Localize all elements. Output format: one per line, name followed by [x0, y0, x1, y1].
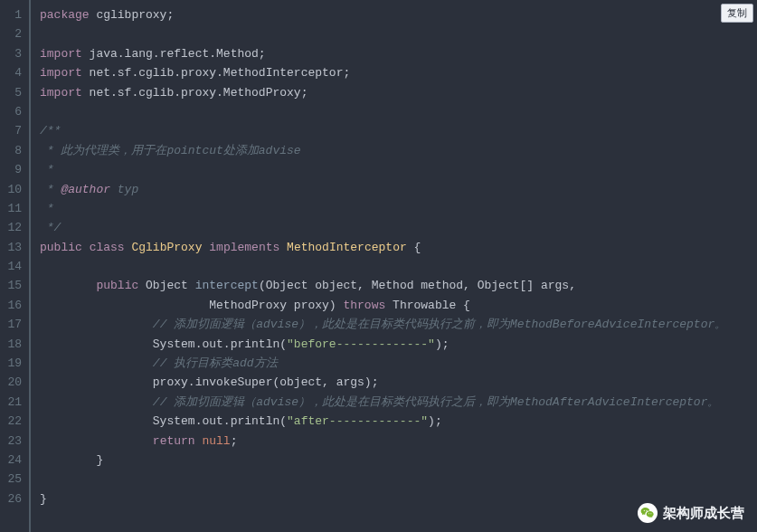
line-number: 13: [0, 238, 22, 257]
code-line: }: [40, 451, 757, 470]
line-number: 6: [0, 102, 22, 121]
line-number: 16: [0, 296, 22, 315]
line-number: 15: [0, 276, 22, 295]
code-line: MethodProxy proxy) throws Throwable {: [40, 296, 757, 315]
code-line: [40, 257, 757, 276]
line-number: 23: [0, 432, 22, 451]
line-number: 7: [0, 121, 22, 140]
line-number: 1: [0, 5, 22, 24]
code-line: [40, 24, 757, 43]
line-number: 17: [0, 315, 22, 334]
code-line: // 执行目标类add方法: [40, 354, 757, 373]
code-line: *: [40, 160, 757, 179]
code-line: // 添加切面逻辑（advise），此处是在目标类代码执行之后，即为Method…: [40, 393, 757, 412]
code-line: * @author typ: [40, 180, 757, 199]
wechat-icon: [638, 503, 658, 523]
watermark-text: 架构师成长营: [663, 505, 744, 522]
line-number: 5: [0, 83, 22, 102]
line-number: 26: [0, 489, 22, 508]
code-line: package cglibproxy;: [40, 5, 757, 24]
line-number: 2: [0, 24, 22, 43]
line-number: 21: [0, 393, 22, 412]
line-number: 25: [0, 470, 22, 489]
copy-button[interactable]: 复制: [721, 4, 753, 23]
code-editor: 1234567891011121314151617181920212223242…: [0, 0, 757, 532]
line-gutter: 1234567891011121314151617181920212223242…: [0, 0, 31, 532]
line-number: 11: [0, 199, 22, 218]
code-line: */: [40, 218, 757, 237]
code-line: proxy.invokeSuper(object, args);: [40, 373, 757, 392]
code-line: public class CglibProxy implements Metho…: [40, 238, 757, 257]
line-number: 3: [0, 44, 22, 63]
line-number: 12: [0, 218, 22, 237]
code-line: import net.sf.cglib.proxy.MethodProxy;: [40, 83, 757, 102]
code-line: public Object intercept(Object object, M…: [40, 276, 757, 295]
code-line: return null;: [40, 432, 757, 451]
line-number: 24: [0, 451, 22, 470]
line-number: 20: [0, 373, 22, 392]
line-number: 10: [0, 180, 22, 199]
code-line: [40, 470, 757, 489]
line-number: 18: [0, 335, 22, 354]
line-number: 4: [0, 63, 22, 82]
code-line: System.out.println("before-------------"…: [40, 335, 757, 354]
code-line: // 添加切面逻辑（advise），此处是在目标类代码执行之前，即为Method…: [40, 315, 757, 334]
code-line: /**: [40, 121, 757, 140]
code-line: import java.lang.reflect.Method;: [40, 44, 757, 63]
code-line: System.out.println("after-------------")…: [40, 412, 757, 431]
code-line: * 此为代理类，用于在pointcut处添加advise: [40, 141, 757, 160]
watermark: 架构师成长营: [638, 503, 744, 523]
line-number: 8: [0, 141, 22, 160]
line-number: 14: [0, 257, 22, 276]
line-number: 19: [0, 354, 22, 373]
code-line: import net.sf.cglib.proxy.MethodIntercep…: [40, 63, 757, 82]
code-content: package cglibproxy; import java.lang.ref…: [31, 0, 757, 532]
line-number: 22: [0, 412, 22, 431]
line-number: 9: [0, 160, 22, 179]
code-line: [40, 102, 757, 121]
code-line: *: [40, 199, 757, 218]
